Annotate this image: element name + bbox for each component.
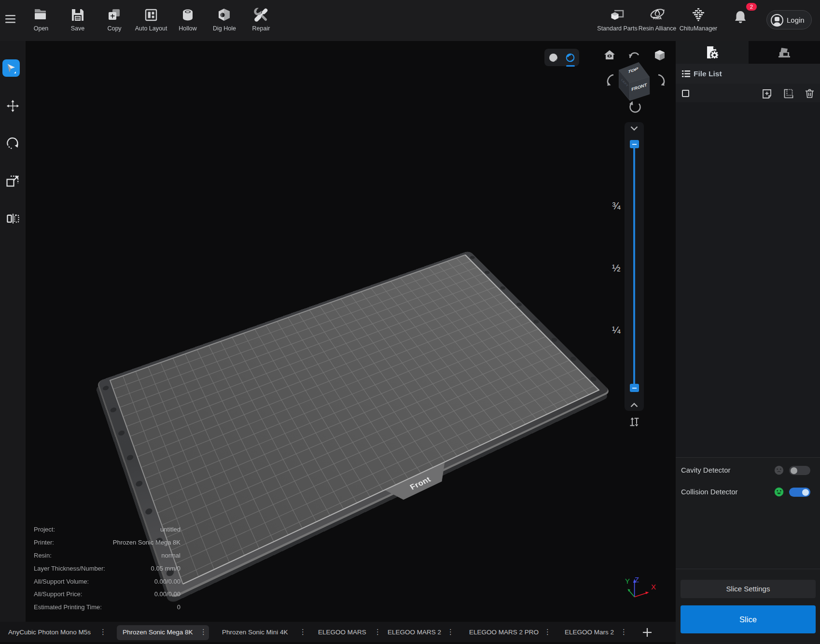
svg-text:Z: Z bbox=[635, 575, 639, 584]
svg-text:RMA: RMA bbox=[653, 16, 662, 20]
svg-text:Y: Y bbox=[625, 577, 630, 585]
svg-text:X: X bbox=[651, 583, 656, 591]
